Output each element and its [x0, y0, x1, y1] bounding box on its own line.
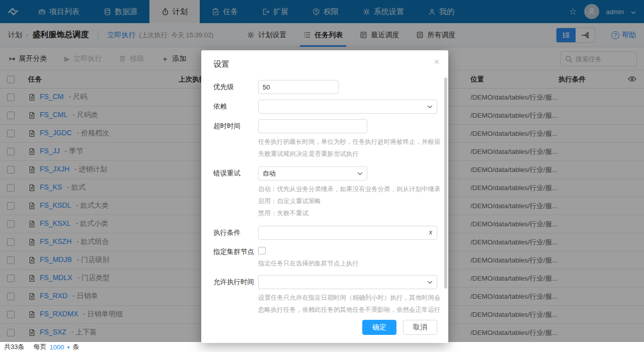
- cancel-button[interactable]: 取消: [403, 320, 437, 335]
- retry-label: 错误重试: [213, 166, 258, 181]
- per-page-caret-icon[interactable]: ▾: [67, 344, 69, 350]
- per-page-suffix: 条: [72, 342, 79, 351]
- settings-modal: 设置 × 优先级 依赖 超时时间: [201, 50, 448, 343]
- screen: 项目列表数据源计划任务扩展权限系统设置我的 ☆ admin 计划 › 盛利服饰总…: [0, 0, 644, 352]
- condition-label: 执行条件: [213, 226, 258, 240]
- condition-input[interactable]: [258, 226, 437, 240]
- retry-help: 自动：优先从业务分类继承，如果没有业务分类，则从计划中继承 启用：自定义重试策略…: [258, 183, 437, 219]
- pagination-bar: 共33条 每页 1000 ▾ 条: [0, 342, 644, 352]
- chevron-down-icon: [427, 105, 433, 109]
- timeout-help: 任务执行的最长时间，单位为秒，任务执行超时将被终止，并根据 失败重试规则决定是否…: [258, 136, 437, 160]
- timeout-label: 超时时间: [213, 119, 258, 133]
- cluster-checkbox[interactable]: [258, 247, 266, 254]
- allowed-time-select[interactable]: [258, 275, 437, 289]
- allowed-time-help: 设置任务只允许在指定日期时间（精确到小时）执行，其他时间会 忽略执行任务，依赖此…: [258, 292, 437, 316]
- total-count: 共33条: [4, 342, 24, 351]
- dependency-select[interactable]: [258, 100, 437, 114]
- priority-input[interactable]: [258, 80, 339, 94]
- per-page-prefix: 每页: [33, 342, 46, 351]
- per-page-value[interactable]: 1000: [49, 343, 64, 351]
- modal-footer: 确定 取消: [201, 316, 448, 343]
- dependency-label: 依赖: [213, 100, 258, 114]
- retry-select[interactable]: 自动: [258, 166, 367, 181]
- priority-label: 优先级: [213, 80, 258, 94]
- timeout-input[interactable]: [258, 119, 367, 133]
- modal-body: 优先级 依赖 超时时间 任务执行的最长时间，单位为秒，任务执行超时将被终: [201, 77, 448, 316]
- modal-scrollbar[interactable]: [444, 77, 447, 289]
- ok-button[interactable]: 确定: [362, 320, 396, 335]
- chevron-down-icon: [427, 281, 433, 284]
- formula-x-icon[interactable]: x: [429, 228, 432, 236]
- modal-title: 设置: [201, 50, 448, 77]
- chevron-down-icon: [357, 172, 363, 175]
- modal-close-icon[interactable]: ×: [434, 57, 439, 66]
- cluster-label: 指定集群节点: [213, 247, 258, 257]
- cluster-help: 指定任务只在选择的集群节点上执行: [258, 257, 437, 270]
- allowed-time-label: 允许执行时间: [213, 275, 258, 289]
